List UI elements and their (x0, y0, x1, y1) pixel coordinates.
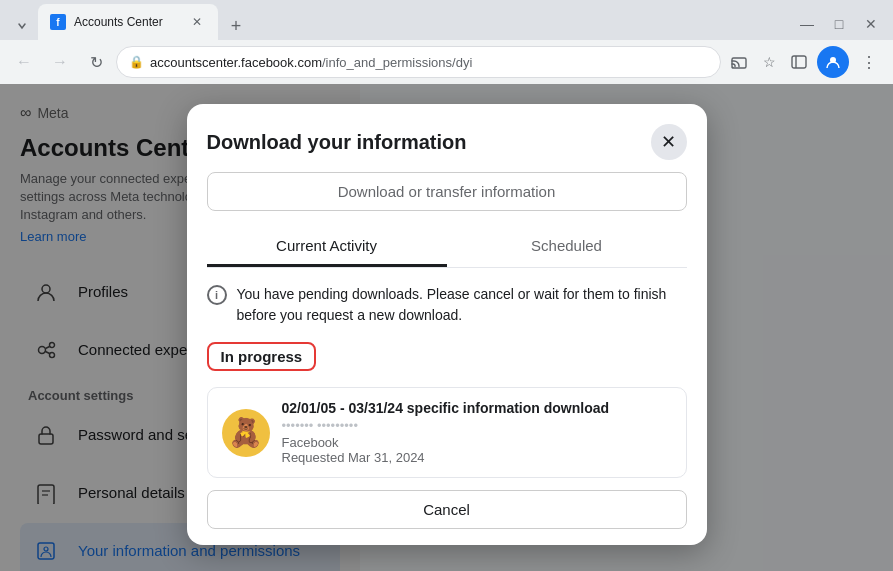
info-text: You have pending downloads. Please cance… (237, 284, 687, 326)
window-close-btn[interactable]: ✕ (857, 10, 885, 38)
window-controls: — □ ✕ (793, 10, 885, 38)
url-display: accountscenter.facebook.com/info_and_per… (150, 55, 708, 70)
new-tab-btn[interactable]: + (222, 12, 250, 40)
modal: Download your information ✕ Download or … (187, 104, 707, 545)
in-progress-label: In progress (207, 342, 317, 371)
modal-tabs: Current Activity Scheduled (207, 227, 687, 268)
download-source: Facebook (282, 435, 672, 450)
address-bar[interactable]: 🔒 accountscenter.facebook.com/info_and_p… (116, 46, 721, 78)
svg-point-1 (732, 67, 734, 69)
bookmark-btn[interactable]: ☆ (755, 48, 783, 76)
sidebar-toggle-btn[interactable] (785, 48, 813, 76)
profile-btn[interactable] (817, 46, 849, 78)
tab-scheduled[interactable]: Scheduled (447, 227, 687, 267)
modal-header: Download your information ✕ (187, 104, 707, 172)
tab-title: Accounts Center (74, 15, 180, 29)
address-bar-actions: ☆ (725, 48, 813, 76)
back-btn[interactable]: ← (8, 46, 40, 78)
download-transfer-btn[interactable]: Download or transfer information (207, 172, 687, 211)
address-bar-row: ← → ↻ 🔒 accountscenter.facebook.com/info… (0, 40, 893, 84)
tab-group: f Accounts Center ✕ + (8, 8, 785, 40)
tab-bar: f Accounts Center ✕ + — □ ✕ (0, 0, 893, 40)
download-item: 🧸 02/01/05 - 03/31/24 specific informati… (207, 387, 687, 478)
tab-current-activity[interactable]: Current Activity (207, 227, 447, 267)
download-email: ••••••• ••••••••• (282, 418, 672, 433)
browser-menu-btn[interactable]: ⋮ (853, 46, 885, 78)
lock-icon: 🔒 (129, 55, 144, 69)
download-avatar: 🧸 (222, 409, 270, 457)
cancel-btn[interactable]: Cancel (207, 490, 687, 529)
download-title: 02/01/05 - 03/31/24 specific information… (282, 400, 672, 416)
forward-btn[interactable]: → (44, 46, 76, 78)
modal-overlay: Download your information ✕ Download or … (0, 84, 893, 571)
download-date: Requested Mar 31, 2024 (282, 450, 672, 465)
tab-favicon: f (50, 14, 66, 30)
tab-dropdown-btn[interactable] (8, 12, 36, 40)
browser-chrome: f Accounts Center ✕ + — □ ✕ ← → ↻ 🔒 acco… (0, 0, 893, 84)
refresh-btn[interactable]: ↻ (80, 46, 112, 78)
download-info: 02/01/05 - 03/31/24 specific information… (282, 400, 672, 465)
modal-body: i You have pending downloads. Please can… (187, 268, 707, 545)
maximize-btn[interactable]: □ (825, 10, 853, 38)
active-tab[interactable]: f Accounts Center ✕ (38, 4, 218, 40)
tab-close-btn[interactable]: ✕ (188, 13, 206, 31)
info-icon: i (207, 285, 227, 305)
svg-rect-2 (792, 56, 806, 68)
modal-close-btn[interactable]: ✕ (651, 124, 687, 160)
modal-title: Download your information (207, 131, 467, 154)
cast-btn[interactable] (725, 48, 753, 76)
page-content: ∞ Meta Accounts Center Manage your conne… (0, 84, 893, 571)
minimize-btn[interactable]: — (793, 10, 821, 38)
info-banner: i You have pending downloads. Please can… (207, 284, 687, 326)
